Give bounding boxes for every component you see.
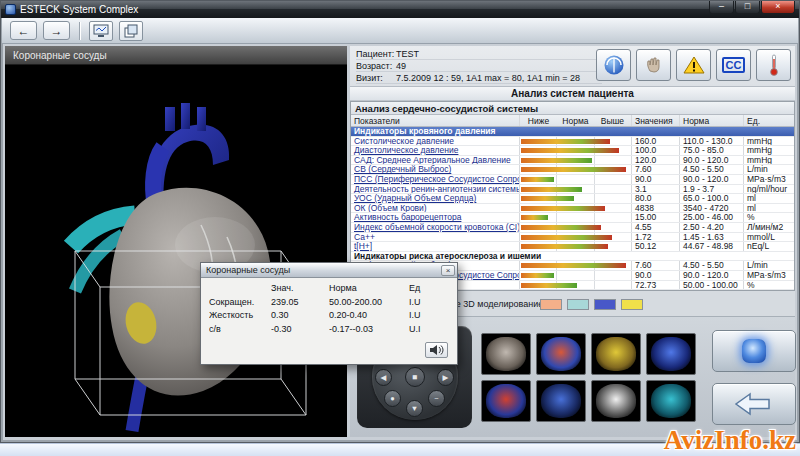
patient-age-label: Возраст: — [356, 60, 396, 72]
hand-button[interactable] — [636, 49, 671, 81]
big-buttons — [712, 330, 796, 425]
col-unit: Ед. — [743, 115, 794, 126]
dpad-center-button[interactable]: ■ — [405, 367, 425, 387]
popup-row-norm: 50.00-200.00 — [329, 297, 409, 307]
popup-row-value: -0.30 — [271, 324, 329, 334]
close-button[interactable]: × — [761, 1, 795, 14]
table-row[interactable]: УОС (Ударный Объем Сердца)80.065.0 - 100… — [351, 194, 794, 204]
table-title: Анализ сердечно-сосудистой системы — [351, 102, 794, 115]
indicator-link[interactable]: Са++ — [351, 233, 519, 242]
dpad-mode-a-button[interactable]: ● — [384, 390, 401, 407]
table-row[interactable]: Систолическое давление160.0110.0 - 130.0… — [351, 137, 794, 147]
legend-swatch — [594, 299, 616, 310]
warning-button[interactable] — [676, 49, 711, 81]
thumbnail-hourglass[interactable] — [591, 380, 641, 422]
popup-row-label: с/в — [209, 324, 271, 334]
indicator-value: 100.0 — [631, 146, 679, 155]
indicator-link[interactable]: Диастолическое давление — [351, 146, 519, 155]
target-view-button[interactable] — [712, 330, 796, 372]
indicator-link[interactable]: ОК (Объем Крови) — [351, 204, 519, 213]
thumbnail-heart[interactable] — [481, 380, 531, 422]
popup-grid: Знач. Норма Ед Сокращен.239.0550.00-200.… — [209, 283, 451, 334]
dpad-zoom-out-button[interactable]: − — [428, 390, 445, 407]
table-section-row[interactable]: Индикаторы риска атеросклероза и ишемии — [351, 252, 794, 262]
maximize-button[interactable]: □ — [735, 1, 760, 14]
thumbnail-brain-gray[interactable] — [481, 333, 531, 375]
layers-tool-button[interactable] — [119, 21, 143, 41]
table-row[interactable]: Са++1.721.45 - 1.63mmol/L — [351, 233, 794, 243]
indicator-norm: 44.67 - 48.98 — [679, 242, 743, 251]
dpad-right-button[interactable]: ▶ — [437, 369, 454, 386]
indicator-value: 3.1 — [631, 185, 679, 194]
heart-3d-model[interactable] — [5, 65, 347, 439]
indicator-link[interactable]: t[H+] — [351, 242, 519, 251]
table-section-row[interactable]: Индикаторы кровяного давления — [351, 127, 794, 137]
popup-titlebar[interactable]: Коронарные сосуды × — [201, 263, 457, 278]
sound-button[interactable] — [425, 342, 448, 358]
thumbnail-body-yellow[interactable] — [591, 333, 641, 375]
speaker-icon — [429, 344, 445, 356]
monitor-tool-button[interactable] — [89, 21, 113, 41]
indicator-value: 80.0 — [631, 194, 679, 203]
table-row[interactable]: ПСС (Периферическое Сосудистое Сопротивл… — [351, 175, 794, 185]
window-titlebar[interactable]: ESTECK System Complex – □ × — [1, 1, 799, 18]
analysis-systems-title: Анализ систем пациента — [350, 87, 795, 101]
indicator-bar-zone — [519, 137, 631, 146]
minimize-button[interactable]: – — [709, 1, 734, 14]
indicator-bar — [521, 283, 577, 288]
warning-icon — [683, 56, 705, 74]
indicator-value: 4838 — [631, 204, 679, 213]
indicator-link[interactable]: САД: Среднее Артериальное Давление — [351, 156, 519, 165]
thumbnail-organs-cyan[interactable] — [646, 380, 696, 422]
indicator-link[interactable]: УОС (Ударный Объем Сердца) — [351, 194, 519, 203]
cc-button[interactable]: CC — [716, 49, 751, 81]
brain-gray-icon — [486, 337, 526, 371]
table-row[interactable]: Диастолическое давление100.075.0 - 85.0m… — [351, 146, 794, 156]
indicator-link[interactable]: Систолическое давление — [351, 137, 519, 146]
table-row[interactable]: СВ (Сердечный Выброс)7.604.50 - 5.50L/mi… — [351, 165, 794, 175]
header-buttons: CC — [596, 49, 791, 81]
patient-info-panel: Пациент:TEST Возраст:49 Визит:7.5.2009 1… — [350, 46, 795, 87]
indicator-bar-zone — [519, 204, 631, 213]
body-yellow-icon — [596, 337, 636, 371]
indicator-norm: 110.0 - 130.0 — [679, 137, 743, 146]
table-row[interactable]: ОК (Объем Крови)48383540 - 4720ml — [351, 204, 794, 214]
legend-swatch — [567, 299, 589, 310]
indicator-norm: 1.45 - 1.63 — [679, 233, 743, 242]
popup-row-label: Жесткость — [209, 310, 271, 320]
table-row[interactable]: САД: Среднее Артериальное Давление120.09… — [351, 156, 794, 166]
popup-close-button[interactable]: × — [441, 265, 455, 276]
table-row[interactable]: Деятельность ренин-ангиотензии системы3.… — [351, 185, 794, 195]
table-row[interactable]: t[H+]50.1244.67 - 48.98nEq/L — [351, 242, 794, 252]
globe-button[interactable] — [596, 49, 631, 81]
indicator-unit: % — [743, 213, 794, 222]
table-row[interactable]: Активность барорецептора15.0025.00 - 46.… — [351, 213, 794, 223]
indicator-norm: 4.50 - 5.50 — [679, 165, 743, 174]
popup-body: Знач. Норма Ед Сокращен.239.0550.00-200.… — [201, 278, 457, 365]
col-indicators: Показатели — [351, 115, 519, 126]
col-norm: Норма — [557, 115, 594, 126]
indicator-link[interactable]: Активность барорецептора — [351, 213, 519, 222]
indicator-link[interactable]: СВ (Сердечный Выброс) — [351, 165, 519, 174]
indicator-link[interactable]: Индекс объемной скорости кровотока (СI) — [351, 223, 519, 232]
dpad-left-button[interactable]: ◀ — [375, 369, 392, 386]
thumbnail-nerves-blue[interactable] — [646, 333, 696, 375]
table-row[interactable]: Индекс объемной скорости кровотока (СI)4… — [351, 223, 794, 233]
hand-icon — [644, 55, 664, 75]
dpad-down-button[interactable]: ▼ — [406, 400, 423, 417]
thermometer-button[interactable] — [756, 49, 791, 81]
layers-icon — [123, 24, 139, 38]
thumbnail-brain-colored[interactable] — [536, 333, 586, 375]
indicator-bar-zone — [519, 271, 631, 280]
patient-age-row: Возраст:49 — [356, 60, 602, 72]
thumbnail-lungs[interactable] — [536, 380, 586, 422]
patient-name-value: TEST — [396, 49, 419, 59]
indicator-unit: ml — [743, 204, 794, 213]
col-norm2: Норма — [679, 115, 743, 126]
section-label: Индикаторы кровяного давления — [351, 127, 794, 136]
indicator-link[interactable]: ПСС (Периферическое Сосудистое Сопротивл… — [351, 175, 519, 184]
indicator-link[interactable]: Деятельность ренин-ангиотензии системы — [351, 185, 519, 194]
back-button[interactable]: ← — [10, 21, 37, 40]
back-nav-button[interactable] — [712, 383, 796, 425]
forward-button[interactable]: → — [43, 21, 70, 40]
